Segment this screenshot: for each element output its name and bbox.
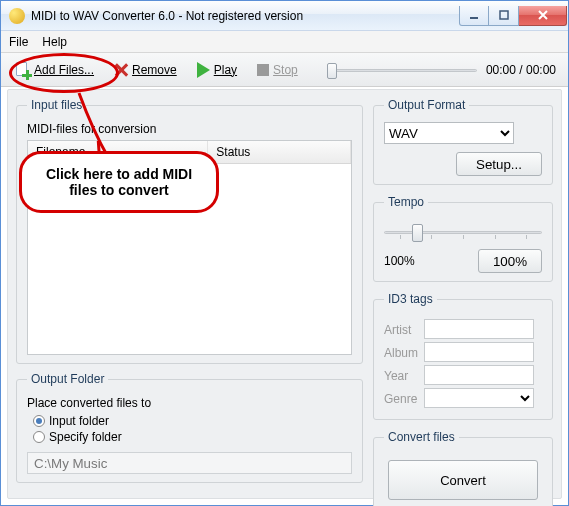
- close-button[interactable]: [519, 6, 567, 26]
- convert-button[interactable]: Convert: [388, 460, 538, 500]
- app-window: MIDI to WAV Converter 6.0 - Not register…: [0, 0, 569, 506]
- artist-label: Artist: [384, 323, 424, 337]
- minimize-icon: [469, 10, 479, 20]
- svg-rect-1: [500, 11, 508, 19]
- play-button[interactable]: Play: [190, 59, 244, 81]
- maximize-icon: [499, 10, 509, 20]
- output-folder-legend: Output Folder: [27, 372, 108, 386]
- output-path-input[interactable]: [27, 452, 352, 474]
- svg-rect-0: [470, 17, 478, 19]
- album-input[interactable]: [424, 342, 534, 362]
- convert-group: Convert files Convert: [373, 430, 553, 506]
- play-icon: [197, 62, 210, 78]
- radio-specify-folder[interactable]: Specify folder: [33, 430, 352, 444]
- playback-slider[interactable]: [327, 61, 477, 79]
- maximize-button[interactable]: [489, 6, 519, 26]
- setup-button[interactable]: Setup...: [456, 152, 542, 176]
- artist-input[interactable]: [424, 319, 534, 339]
- tempo-legend: Tempo: [384, 195, 428, 209]
- id3-group: ID3 tags Artist Album Year Genre: [373, 292, 553, 420]
- stop-button[interactable]: Stop: [250, 60, 305, 80]
- output-format-legend: Output Format: [384, 98, 469, 112]
- genre-select[interactable]: [424, 388, 534, 408]
- album-label: Album: [384, 346, 424, 360]
- output-format-group: Output Format WAV Setup...: [373, 98, 553, 185]
- col-status[interactable]: Status: [208, 141, 351, 163]
- radio-icon: [33, 431, 45, 443]
- time-display: 00:00 / 00:00: [486, 63, 556, 77]
- input-files-group: Input files MIDI-files for conversion Fi…: [16, 98, 363, 364]
- tempo-slider[interactable]: [384, 221, 542, 245]
- year-input[interactable]: [424, 365, 534, 385]
- output-folder-subtext: Place converted files to: [27, 396, 352, 410]
- window-controls: [459, 6, 567, 26]
- genre-label: Genre: [384, 392, 424, 406]
- convert-legend: Convert files: [384, 430, 459, 444]
- minimize-button[interactable]: [459, 6, 489, 26]
- close-icon: [537, 9, 549, 21]
- stop-icon: [257, 64, 269, 76]
- annotation-callout: Click here to add MIDI files to convert: [19, 151, 219, 213]
- menu-help[interactable]: Help: [42, 35, 67, 49]
- app-icon: [9, 8, 25, 24]
- slider-thumb-icon: [412, 224, 423, 242]
- format-select[interactable]: WAV: [384, 122, 514, 144]
- year-label: Year: [384, 369, 424, 383]
- menu-file[interactable]: File: [9, 35, 28, 49]
- window-title: MIDI to WAV Converter 6.0 - Not register…: [31, 9, 303, 23]
- tempo-value: 100%: [384, 254, 415, 268]
- tempo-group: Tempo 100% 100%: [373, 195, 553, 282]
- title-bar: MIDI to WAV Converter 6.0 - Not register…: [1, 1, 568, 31]
- annotation-ring: [9, 53, 119, 93]
- slider-thumb-icon: [327, 63, 337, 79]
- output-folder-group: Output Folder Place converted files to I…: [16, 372, 363, 483]
- menu-bar: File Help: [1, 31, 568, 53]
- tempo-reset-button[interactable]: 100%: [478, 249, 542, 273]
- id3-legend: ID3 tags: [384, 292, 437, 306]
- radio-input-folder[interactable]: Input folder: [33, 414, 352, 428]
- radio-icon: [33, 415, 45, 427]
